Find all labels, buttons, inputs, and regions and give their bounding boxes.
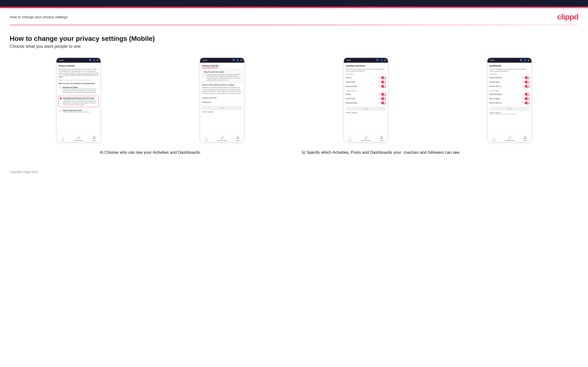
save-button-2[interactable]: Save bbox=[202, 106, 242, 110]
page-heading: How to change your privacy settings (Mob… bbox=[10, 35, 578, 42]
help-support-4: Help & Support bbox=[489, 112, 529, 113]
mockup-col-1: ‹ Back 🔍 👤 ⚙ Privacy Controls Control ho… bbox=[10, 58, 147, 145]
phone-body-4: Dashboards Select the dashboards that yo… bbox=[487, 63, 531, 135]
nav-menu-2[interactable]: ☰ Menu bbox=[236, 136, 240, 141]
toggle-drills-coaches-switch[interactable] bbox=[381, 81, 386, 83]
radio-everyone[interactable]: Everyone on Clippd Everyone on Clippd ca… bbox=[59, 85, 99, 94]
menu-icon-3: ☰ bbox=[380, 136, 383, 139]
toggle-what-to-work-coaches-switch[interactable] bbox=[525, 85, 529, 88]
phone-back-btn-4[interactable]: ‹ Back bbox=[489, 59, 494, 61]
phone-mockup-3: ‹ Back 🔍 👤 ⚙ Activities and Posts Select… bbox=[344, 58, 388, 142]
nav-perf-1[interactable]: 📈 My Performance bbox=[74, 136, 83, 141]
toggle-rounds-followers-switch[interactable] bbox=[381, 93, 386, 96]
help-support-2: Help & Support bbox=[202, 111, 242, 113]
popup-radio bbox=[204, 74, 206, 76]
search-icon-2[interactable]: 🔍 bbox=[233, 59, 235, 61]
bottom-nav-2: ⌂ Home 📈 My Performance ☰ Menu bbox=[200, 135, 244, 142]
toggle-what-to-work-coaches: What To Work On ON bbox=[489, 84, 529, 89]
toggle-manual-followers: Manual Activities ON bbox=[346, 101, 386, 105]
phone-back-btn-2[interactable]: ‹ Back bbox=[202, 59, 207, 61]
coaches-label-4: COACHES bbox=[489, 74, 529, 75]
nav-perf-4[interactable]: 📈 My Performance bbox=[505, 136, 514, 141]
more-icon-1[interactable]: ⚙ bbox=[97, 59, 99, 61]
radio-only-you[interactable]: Only You and Your Coach Only you and the… bbox=[59, 108, 99, 114]
toggle-what-to-work-followers-switch[interactable] bbox=[525, 102, 529, 104]
mockup-col-2: ‹ Back 🔍 👤 ⚙ Privacy Controls Only You a… bbox=[153, 58, 291, 145]
toggle-what-to-work-followers: What To Work On ON bbox=[489, 101, 529, 105]
nav-home-3[interactable]: ⌂ Home bbox=[348, 136, 352, 141]
nav-menu-3[interactable]: ☰ Menu bbox=[380, 136, 383, 141]
more-icon-3[interactable]: ⚙ bbox=[384, 59, 386, 61]
show-hide-text-2: Regardless of the privacy controls that … bbox=[202, 86, 242, 94]
phone-body-1: Privacy Controls Control how you and you… bbox=[57, 63, 101, 135]
page-subheading: Choose what you want people to see bbox=[10, 44, 578, 49]
person-icon-1[interactable]: 👤 bbox=[93, 59, 95, 61]
show-hide-title-2: Show or hide specific features in Clippd bbox=[202, 84, 242, 86]
search-icon-1[interactable]: 🔍 bbox=[89, 59, 92, 61]
perf-icon-1: 📈 bbox=[77, 136, 80, 139]
phone-body-2: Privacy Controls Only You and Your Coach… bbox=[200, 63, 244, 135]
person-icon-4[interactable]: 👤 bbox=[524, 59, 527, 61]
help-support-text-4: Visit our Clippd community to troublesho… bbox=[489, 113, 529, 115]
bottom-nav-1: ⌂ Home 📈 My Performance ☰ Menu bbox=[57, 135, 101, 142]
toggle-player-dash-coaches-switch[interactable] bbox=[525, 76, 529, 79]
phone-body-3: Activities and Posts Select the types of… bbox=[344, 63, 388, 135]
toggle-manual-followers-switch[interactable] bbox=[381, 102, 386, 104]
nav-home-2[interactable]: ⌂ Home bbox=[205, 136, 208, 141]
toggle-round-insights-followers-switch[interactable] bbox=[525, 97, 529, 100]
search-icon-3[interactable]: 🔍 bbox=[376, 59, 379, 61]
radio-approved[interactable]: Only Approved Followers and Your Coach O… bbox=[59, 96, 99, 107]
perf-icon-3: 📈 bbox=[364, 136, 368, 139]
nav-home-1[interactable]: ⌂ Home bbox=[61, 136, 65, 141]
menu-item-dashboards[interactable]: Dashboards › bbox=[202, 100, 242, 104]
person-icon-3[interactable]: 👤 bbox=[380, 59, 383, 61]
toggle-drills-followers-switch[interactable] bbox=[381, 97, 386, 100]
nav-menu-4[interactable]: ☰ Menu bbox=[524, 136, 527, 141]
main-content: How to change your privacy settings (Mob… bbox=[0, 25, 588, 165]
section-title-3: Activities and Posts bbox=[346, 65, 386, 67]
home-icon-1: ⌂ bbox=[62, 136, 64, 139]
logo: clippd bbox=[557, 12, 578, 21]
nav-home-4[interactable]: ⌂ Home bbox=[492, 136, 496, 141]
section-title-1: Privacy Controls bbox=[59, 65, 99, 67]
phone-back-btn-3[interactable]: ‹ Back bbox=[346, 59, 351, 61]
followers-label-3: FOLLOWERS bbox=[346, 90, 386, 92]
toggle-rounds-coaches-switch[interactable] bbox=[381, 76, 386, 79]
more-icon-2[interactable]: ⚙ bbox=[240, 59, 242, 61]
save-button-4[interactable]: Save bbox=[489, 107, 529, 111]
menu-item-activities[interactable]: Activities and Posts › bbox=[202, 96, 242, 100]
nav-perf-3[interactable]: 📈 My Performance bbox=[361, 136, 371, 141]
body-text-1: Control how you and your data appears to… bbox=[59, 68, 99, 78]
search-icon-4[interactable]: 🔍 bbox=[520, 59, 523, 61]
bottom-nav-4: ⌂ Home 📈 My Performance ☰ Menu bbox=[487, 135, 531, 142]
footer: Copyright Clippd 2022 bbox=[0, 165, 588, 176]
header: How to change your privacy settings clip… bbox=[0, 8, 588, 25]
home-icon-2: ⌂ bbox=[206, 136, 207, 139]
phone-back-btn-1[interactable]: ‹ Back bbox=[59, 59, 63, 61]
mockup-col-4: ‹ Back 🔍 👤 ⚙ Dashboards Select the dashb… bbox=[441, 58, 578, 145]
radio-circle-approved bbox=[60, 98, 62, 100]
nav-menu-1[interactable]: ☰ Menu bbox=[93, 136, 96, 141]
coaches-label-3: COACHES bbox=[346, 74, 386, 75]
radio-circle-everyone bbox=[60, 87, 61, 89]
perf-icon-4: 📈 bbox=[508, 136, 511, 139]
menu-icon-1: ☰ bbox=[93, 136, 95, 139]
toggle-round-insights-coaches-switch[interactable] bbox=[525, 81, 529, 83]
toggle-round-insights-coaches: Round Insights ON bbox=[489, 80, 529, 84]
toggle-player-dash-followers-switch[interactable] bbox=[525, 93, 529, 96]
small-gray-1: However, you can control who can see you… bbox=[59, 79, 99, 81]
nav-perf-2[interactable]: 📈 My Performance bbox=[217, 136, 227, 141]
mockups-grid: ‹ Back 🔍 👤 ⚙ Privacy Controls Control ho… bbox=[10, 58, 578, 145]
more-icon-4[interactable]: ⚙ bbox=[528, 59, 529, 61]
save-button-3[interactable]: Save bbox=[346, 107, 386, 111]
toggle-rounds-followers: Rounds ON bbox=[346, 92, 386, 97]
bottom-nav-3: ⌂ Home 📈 My Performance ☰ Menu bbox=[344, 135, 388, 142]
phone-mockup-2: ‹ Back 🔍 👤 ⚙ Privacy Controls Only You a… bbox=[200, 58, 244, 142]
phone-mockup-1: ‹ Back 🔍 👤 ⚙ Privacy Controls Control ho… bbox=[56, 58, 101, 142]
toggle-player-dash-followers: Player Dashboard ON bbox=[489, 92, 529, 97]
toggle-player-dash-coaches: Player Dashboard ON bbox=[489, 76, 529, 80]
radio-circle-only-you bbox=[60, 110, 61, 112]
toggle-manual-coaches-switch[interactable] bbox=[381, 85, 386, 88]
phone-header-3: ‹ Back 🔍 👤 ⚙ bbox=[344, 58, 388, 63]
person-icon-2[interactable]: 👤 bbox=[236, 59, 239, 61]
